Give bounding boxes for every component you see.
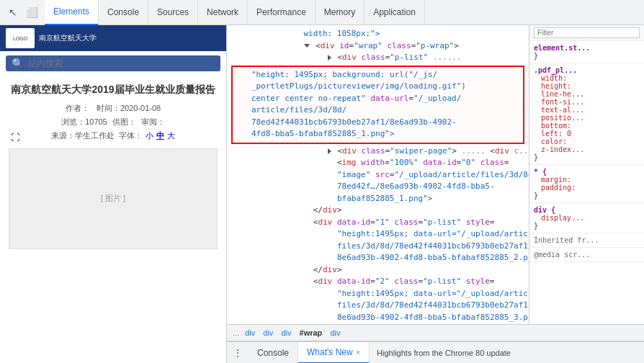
bottom-bar: ⋮ Console What's New × Highlights from t… (227, 341, 644, 363)
page-header: LOGO 南京航空航天大学 (0, 25, 226, 51)
search-icon: 🔍 (12, 58, 24, 69)
main-content: LOGO 南京航空航天大学 🔍 南京航空航天大学2019届毕业生就业质量报告 作… (0, 25, 644, 363)
breadcrumb-dots[interactable]: ... (233, 328, 239, 337)
html-line: 8e6ad93b-4902-4fd8-bba5-bfabaf852885_2.p… (227, 252, 529, 264)
tab-application[interactable]: Application (365, 0, 425, 25)
html-line: "image" src="/_upload/article/files/3d/8… (227, 169, 529, 182)
highlight-box: "height: 1495px; background: url("/_js/ … (231, 66, 524, 144)
html-line: 78ed42f…/8e6ad93b-4902-4fd8-bba5- (227, 181, 529, 193)
console-tab-whatsnew[interactable]: What's New × (298, 342, 370, 364)
device-icon[interactable]: ⬜ (24, 5, 39, 19)
html-line: width: 1058px;"> (227, 28, 529, 40)
html-line: <div data-id="2" class="p-list" style= (227, 276, 529, 288)
html-panel[interactable]: width: 1058px;"> <div id="wrap" class="p… (227, 25, 529, 324)
style-block-pdf: .pdf_pl... width: height: line-he... fon… (529, 63, 644, 165)
article-image: [ 图片 ] (9, 148, 218, 249)
article-meta2: 浏览：10705 供图： 审阅： (9, 117, 218, 127)
styles-filter (529, 25, 644, 41)
university-name: 南京航空航天大学 (39, 33, 220, 43)
font-small-link[interactable]: 小 (146, 130, 153, 141)
left-panel: LOGO 南京航空航天大学 🔍 南京航空航天大学2019届毕业生就业质量报告 作… (0, 25, 227, 363)
html-line: files/3d/8d/78ed42f44031bcb6793b0eb27af1… (227, 241, 529, 253)
breadcrumb-div2[interactable]: div (263, 328, 273, 337)
html-line: <div class="swiper-page"> ..... <div c..… (227, 145, 529, 158)
article-font: 来源：学生工作处 字体： 小 中 大 (9, 130, 218, 141)
style-block-media: @media scr... (529, 248, 644, 262)
tab-sources[interactable]: Sources (148, 0, 198, 25)
html-line: </div> (227, 205, 529, 217)
styles-panel: element.st... } .pdf_pl... width: height… (529, 25, 644, 324)
html-line: </div> (227, 264, 529, 277)
html-line: 8e6ad93b-4902-4fd8-bba5-bfabaf852885_3.p… (227, 312, 529, 324)
right-panel: width: 1058px;"> <div id="wrap" class="p… (227, 25, 644, 363)
font-medium-link[interactable]: 中 (156, 130, 164, 141)
style-block-element: element.st... } (529, 41, 644, 63)
html-line: files/3d/8d/78ed42f44031bcb6793b0eb27af1… (227, 300, 529, 312)
tab-memory[interactable]: Memory (316, 0, 365, 25)
search-bar[interactable]: 🔍 (6, 55, 220, 71)
console-menu-icon[interactable]: ⋮ (227, 347, 249, 359)
html-line: <div class="p-list" ...... (227, 52, 529, 64)
article-meta: 作者： 时间：2020-01-08 (9, 103, 218, 114)
breadcrumb-div1[interactable]: div (245, 328, 255, 337)
expand-icon: ⛶ (11, 133, 19, 143)
breadcrumb-div3[interactable]: div (281, 328, 291, 337)
tab-network[interactable]: Network (198, 0, 248, 25)
expand-button[interactable]: ⛶ (9, 130, 22, 145)
breadcrumb-wrap[interactable]: #wrap (300, 328, 323, 337)
inspect-icon[interactable]: ↖ (6, 5, 20, 19)
devtools-icons: ↖ ⬜ (0, 5, 45, 19)
style-block-star: * { margin: padding: } (529, 165, 644, 203)
html-line: <img width="100%" data-id="0" class= (227, 157, 529, 169)
devtools-tab-bar: ↖ ⬜ Elements Console Sources Network Per… (0, 0, 644, 25)
article-body: 南京航空航天大学2019届毕业生就业质量报告 作者： 时间：2020-01-08… (0, 76, 226, 363)
image-container: [ 图片 ] ⛶ (9, 148, 218, 249)
console-tab-close-icon[interactable]: × (356, 348, 360, 357)
html-line: <div id="wrap" class="p-wrap"> (227, 40, 529, 53)
tab-elements[interactable]: Elements (45, 0, 99, 25)
html-line: <div data-id="1" class="p-list" style= (227, 217, 529, 229)
console-tabs: Console What's New × (249, 342, 370, 364)
tab-performance[interactable]: Performance (248, 0, 316, 25)
tab-console[interactable]: Console (99, 0, 148, 25)
html-line: "height:1495px; data-url="/_upload/artic… (227, 288, 529, 300)
search-input[interactable] (28, 58, 215, 68)
font-large-link[interactable]: 大 (167, 130, 175, 141)
breadcrumb-bar: ... div div div #wrap div (227, 324, 644, 341)
console-tab-console[interactable]: Console (249, 342, 298, 364)
html-line: bfabaf852885_1.png"> (227, 193, 529, 205)
article-title: 南京航空航天大学2019届毕业生就业质量报告 (9, 83, 218, 97)
university-logo: LOGO (6, 28, 35, 48)
console-message: Highlights from the Chrome 80 update (370, 349, 644, 357)
breadcrumb-div4[interactable]: div (330, 328, 340, 337)
html-line: "height:1495px; data-url="/_upload/artic… (227, 228, 529, 241)
style-block-inherited: Inherited fr... (529, 233, 644, 248)
styles-filter-input[interactable] (534, 27, 640, 38)
style-block-div: div { display... } (529, 203, 644, 233)
